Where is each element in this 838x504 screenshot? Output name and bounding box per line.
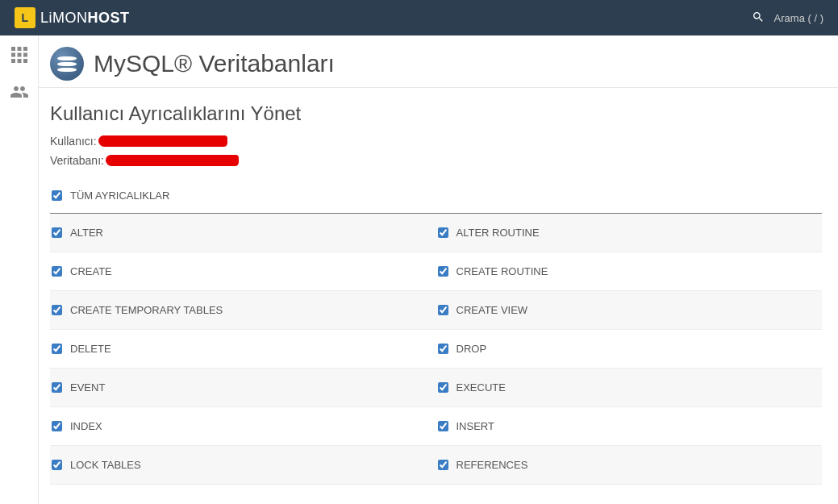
all-privileges-label[interactable]: TÜM AYRICALIKLAR bbox=[70, 190, 169, 202]
privilege-label[interactable]: DROP bbox=[457, 343, 487, 355]
svg-rect-7 bbox=[17, 59, 21, 63]
svg-rect-2 bbox=[23, 47, 27, 51]
privilege-checkbox[interactable] bbox=[438, 344, 448, 354]
privilege-cell: CREATE VIEW bbox=[436, 291, 823, 330]
privilege-cell: EVENT bbox=[50, 369, 436, 407]
search-placeholder: Arama ( / ) bbox=[774, 12, 823, 24]
privilege-checkbox[interactable] bbox=[438, 421, 448, 431]
brand-text-thin: LiMON bbox=[40, 10, 88, 26]
privilege-checkbox[interactable] bbox=[52, 266, 62, 277]
main-wrap: MySQL® Veritabanları Kullanıcı Ayrıcalık… bbox=[0, 35, 838, 504]
privilege-label[interactable]: EXECUTE bbox=[457, 381, 506, 394]
privilege-checkbox[interactable] bbox=[438, 266, 448, 277]
user-label: Kullanıcı: bbox=[50, 135, 97, 148]
privilege-cell: INDEX bbox=[50, 407, 436, 446]
privilege-label[interactable]: REFERENCES bbox=[457, 459, 528, 471]
privilege-cell: CREATE TEMPORARY TABLES bbox=[50, 291, 436, 330]
privilege-checkbox[interactable] bbox=[52, 344, 62, 354]
svg-rect-8 bbox=[23, 59, 27, 63]
search-icon[interactable] bbox=[752, 10, 765, 26]
privilege-cell: REFERENCES bbox=[436, 446, 823, 485]
user-row: Kullanıcı: bbox=[50, 135, 822, 148]
privilege-checkbox[interactable] bbox=[52, 305, 62, 315]
privilege-label[interactable]: CREATE VIEW bbox=[457, 304, 528, 316]
privilege-cell: DELETE bbox=[50, 330, 436, 369]
privilege-checkbox[interactable] bbox=[438, 460, 448, 470]
svg-rect-1 bbox=[17, 47, 21, 51]
user-value-redacted bbox=[98, 135, 227, 147]
privilege-cell: CREATE bbox=[50, 252, 436, 291]
users-icon[interactable] bbox=[10, 82, 29, 105]
privilege-cell: CREATE ROUTINE bbox=[436, 252, 823, 291]
privilege-checkbox[interactable] bbox=[438, 227, 448, 238]
search-area[interactable]: Arama ( / ) bbox=[752, 10, 823, 26]
privilege-checkbox[interactable] bbox=[52, 460, 62, 470]
privilege-label[interactable]: CREATE TEMPORARY TABLES bbox=[70, 304, 223, 316]
database-row: Veritabanı: bbox=[50, 154, 822, 167]
svg-rect-0 bbox=[11, 47, 15, 51]
sidebar bbox=[0, 35, 38, 504]
section-title: Kullanıcı Ayrıcalıklarını Yönet bbox=[50, 102, 822, 125]
svg-rect-4 bbox=[17, 53, 21, 57]
svg-rect-3 bbox=[11, 53, 15, 57]
privilege-cell: EXECUTE bbox=[436, 369, 823, 407]
privilege-label[interactable]: ALTER bbox=[70, 227, 103, 239]
brand-logo[interactable]: L LiMONHOST bbox=[15, 7, 130, 28]
privilege-label[interactable]: INDEX bbox=[70, 420, 102, 432]
privilege-label[interactable]: CREATE ROUTINE bbox=[457, 265, 548, 277]
privilege-cell: ALTER ROUTINE bbox=[436, 214, 823, 252]
brand-text-bold: HOST bbox=[88, 10, 130, 26]
privilege-checkbox[interactable] bbox=[52, 227, 62, 238]
brand-text: LiMONHOST bbox=[40, 10, 130, 27]
privilege-cell: DROP bbox=[436, 330, 823, 369]
privilege-checkbox[interactable] bbox=[52, 421, 62, 431]
privilege-cell: LOCK TABLES bbox=[50, 446, 436, 485]
privilege-label[interactable]: ALTER ROUTINE bbox=[457, 227, 540, 239]
privilege-checkbox[interactable] bbox=[438, 382, 448, 393]
privilege-label[interactable]: LOCK TABLES bbox=[70, 459, 141, 471]
content: MySQL® Veritabanları Kullanıcı Ayrıcalık… bbox=[38, 35, 838, 504]
svg-rect-6 bbox=[11, 59, 15, 63]
brand-logo-icon: L bbox=[15, 7, 35, 28]
top-header: L LiMONHOST Arama ( / ) bbox=[0, 0, 838, 35]
page-title-row: MySQL® Veritabanları bbox=[50, 47, 822, 81]
database-icon bbox=[50, 47, 84, 81]
privilege-label[interactable]: INSERT bbox=[457, 420, 494, 432]
privilege-label[interactable]: EVENT bbox=[70, 381, 105, 394]
privilege-checkbox[interactable] bbox=[52, 382, 62, 393]
database-value-redacted bbox=[106, 155, 239, 166]
divider bbox=[39, 87, 838, 88]
all-privileges-checkbox[interactable] bbox=[52, 190, 62, 201]
all-privileges-row: TÜM AYRICALIKLAR bbox=[50, 181, 822, 214]
page-title: MySQL® Veritabanları bbox=[94, 50, 335, 77]
grid-icon[interactable] bbox=[10, 45, 29, 68]
privileges-grid: ALTERALTER ROUTINECREATECREATE ROUTINECR… bbox=[50, 214, 822, 485]
database-label: Veritabanı: bbox=[50, 154, 104, 167]
privilege-cell: INSERT bbox=[436, 407, 823, 446]
privilege-label[interactable]: DELETE bbox=[70, 343, 111, 355]
privilege-cell: ALTER bbox=[50, 214, 436, 252]
privilege-checkbox[interactable] bbox=[438, 305, 448, 315]
privilege-label[interactable]: CREATE bbox=[70, 265, 112, 277]
svg-rect-5 bbox=[23, 53, 27, 57]
